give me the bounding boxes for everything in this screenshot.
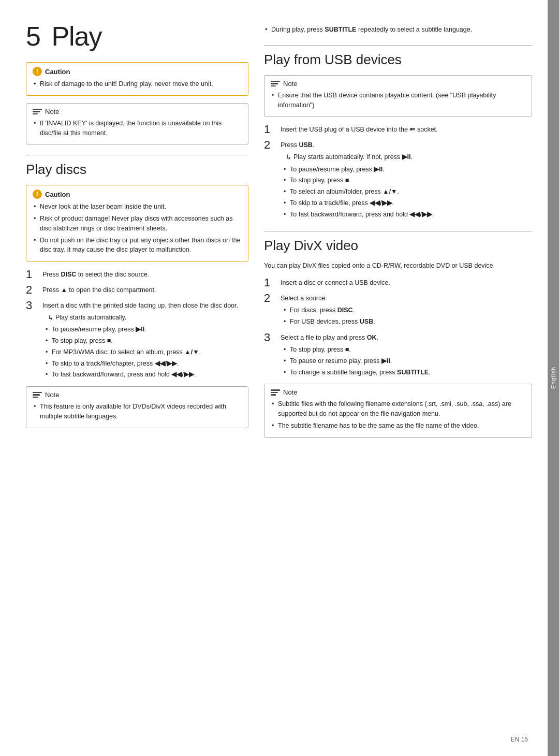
list-item: To change a subtitle language, press SUB… (283, 368, 532, 377)
divx-note-list: Subtitle files with the following filena… (271, 399, 525, 430)
usb-note-box: Note Ensure that the USB device contains… (264, 75, 532, 117)
usb-step-1-content: Insert the USB plug of a USB device into… (281, 124, 532, 135)
divx-step-2-content: Select a source: For discs, press DISC. … (281, 293, 532, 328)
list-item: To skip to a track/file, press ◀◀/▶▶. (283, 198, 532, 208)
list-item: To stop play, press ■. (45, 336, 248, 346)
divx-intro: You can play DivX files copied onto a CD… (264, 261, 532, 271)
arrow-symbol: ↳ (286, 152, 291, 163)
arrow-note: ↳ Play starts automatically. (48, 313, 248, 323)
step-1: 1 Press DISC to select the disc source. (26, 269, 248, 280)
note-label-3: Note (45, 391, 59, 399)
right-top-bullets: During play, press SUBTITLE repeatedly t… (264, 25, 532, 35)
page-title: 5 Play (26, 21, 248, 52)
list-item: To select an album/folder, press ▲/▼. (283, 187, 532, 197)
caution-icon-2: ! (33, 190, 42, 199)
list-item: This feature is only available for DVDs/… (33, 402, 242, 421)
usb-note-list: Ensure that the USB device contains play… (271, 91, 525, 110)
note-header: Note (33, 108, 242, 115)
step-3-content: Insert a disc with the printed side faci… (42, 300, 248, 381)
list-item: To stop play, press ■. (283, 345, 532, 355)
caution-label-2: Caution (45, 191, 70, 198)
caution-icon: ! (33, 67, 42, 76)
usb-step-2-bullets: To pause/resume play, press ▶II. To stop… (283, 165, 532, 220)
eject-bold: ▲ (61, 286, 67, 294)
note-label-5: Note (283, 388, 297, 396)
list-item: During play, press SUBTITLE repeatedly t… (264, 25, 532, 35)
play-discs-note-list: This feature is only available for DVDs/… (33, 402, 242, 421)
list-item: To pause/resume play, press ▶II. (45, 325, 248, 335)
arrow-symbol: ↳ (48, 313, 53, 323)
step-number: 3 (264, 332, 275, 379)
usb-symbol: ⇐ (409, 126, 415, 133)
play-discs-caution-list: Never look at the laser beam inside the … (33, 202, 242, 255)
subtitle-bold: SUBTITLE (325, 26, 356, 33)
list-item: Risk of damage to the unit! During play,… (33, 79, 242, 89)
list-item: Subtitle files with the following filena… (271, 399, 525, 419)
list-item: Ensure that the USB device contains play… (271, 91, 525, 110)
top-caution-list: Risk of damage to the unit! During play,… (33, 79, 242, 89)
step-number: 1 (264, 124, 275, 135)
play-discs-caution-box: ! Caution Never look at the laser beam i… (26, 185, 248, 261)
step-number: 2 (264, 139, 275, 221)
top-caution-box: ! Caution Risk of damage to the unit! Du… (26, 62, 248, 96)
left-column: 5 Play ! Caution Risk of damage to the u… (26, 21, 248, 735)
step-number: 2 (26, 284, 37, 296)
play-divx-title: Play DivX video (264, 231, 532, 254)
play-discs-steps: 1 Press DISC to select the disc source. … (26, 269, 248, 381)
step-3-bullets: To pause/resume play, press ▶II. To stop… (45, 325, 248, 380)
note-header-3: Note (33, 391, 242, 399)
divx-steps: 1 Insert a disc or connect a USB device.… (264, 277, 532, 379)
note-icon-3 (33, 392, 42, 398)
chapter-number: 5 (26, 21, 40, 51)
list-item: Do not push on the disc tray or put any … (33, 236, 242, 255)
list-item: To fast backward/forward, press and hold… (45, 370, 248, 380)
note-icon-5 (271, 389, 280, 396)
usb-arrow-note: ↳ Play starts automatically. If not, pre… (286, 152, 532, 163)
step-3: 3 Insert a disc with the printed side fa… (26, 300, 248, 381)
step-2: 2 Press ▲ to open the disc compartment. (26, 284, 248, 296)
play-from-usb-title: Play from USB devices (264, 45, 532, 68)
title-text: Play (51, 21, 101, 51)
divx-note-header: Note (271, 388, 525, 396)
note-icon-4 (271, 81, 280, 87)
note-label: Note (45, 108, 59, 115)
play-discs-title: Play discs (26, 155, 248, 178)
usb-step-2-content: Press USB. ↳ Play starts automatically. … (281, 139, 532, 221)
divx-step-1: 1 Insert a disc or connect a USB device. (264, 277, 532, 288)
list-item: For USB devices, press USB. (283, 317, 532, 327)
list-item: To stop play, press ■. (283, 176, 532, 185)
language-label: English (550, 367, 556, 389)
divx-note-box: Note Subtitle files with the following f… (264, 384, 532, 437)
play-discs-note-box: Note This feature is only available for … (26, 386, 248, 428)
step-number: 3 (26, 300, 37, 381)
usb-step-2: 2 Press USB. ↳ Play starts automatically… (264, 139, 532, 221)
usb-step-1: 1 Insert the USB plug of a USB device in… (264, 124, 532, 135)
list-item: Never look at the laser beam inside the … (33, 202, 242, 212)
list-item: To fast backward/forward, press and hold… (283, 210, 532, 220)
list-item: To pause or resume play, press ▶II. (283, 356, 532, 366)
list-item: For discs, press DISC. (283, 306, 532, 315)
top-note-list: If 'INVALID KEY' is displayed, the funct… (33, 119, 242, 138)
note-label-4: Note (283, 80, 297, 88)
divx-step-3: 3 Select a file to play and press OK. To… (264, 332, 532, 379)
usb-bold: USB (299, 141, 312, 149)
step-number: 2 (264, 293, 275, 328)
list-item: The subtitle filename has to be the same… (271, 421, 525, 431)
step-2-content: Press ▲ to open the disc compartment. (42, 284, 248, 296)
divx-step-3-content: Select a file to play and press OK. To s… (281, 332, 532, 379)
right-column: During play, press SUBTITLE repeatedly t… (264, 21, 532, 735)
main-content: 5 Play ! Caution Risk of damage to the u… (0, 0, 548, 756)
page-layout: 5 Play ! Caution Risk of damage to the u… (0, 0, 559, 756)
arrow-text: Play starts automatically. (55, 313, 126, 323)
list-item: To pause/resume play, press ▶II. (283, 165, 532, 175)
divx-step-2: 2 Select a source: For discs, press DISC… (264, 293, 532, 328)
caution-header-2: ! Caution (33, 190, 242, 199)
step-1-content: Press DISC to select the disc source. (42, 269, 248, 280)
note-icon (33, 109, 42, 115)
caution-label: Caution (45, 68, 70, 76)
divx-step-3-bullets: To stop play, press ■. To pause or resum… (283, 345, 532, 377)
disc-bold: DISC (61, 271, 76, 278)
list-item: Risk of product damage! Never play discs… (33, 214, 242, 234)
usb-steps: 1 Insert the USB plug of a USB device in… (264, 124, 532, 221)
divx-step-2-bullets: For discs, press DISC. For USB devices, … (283, 306, 532, 327)
